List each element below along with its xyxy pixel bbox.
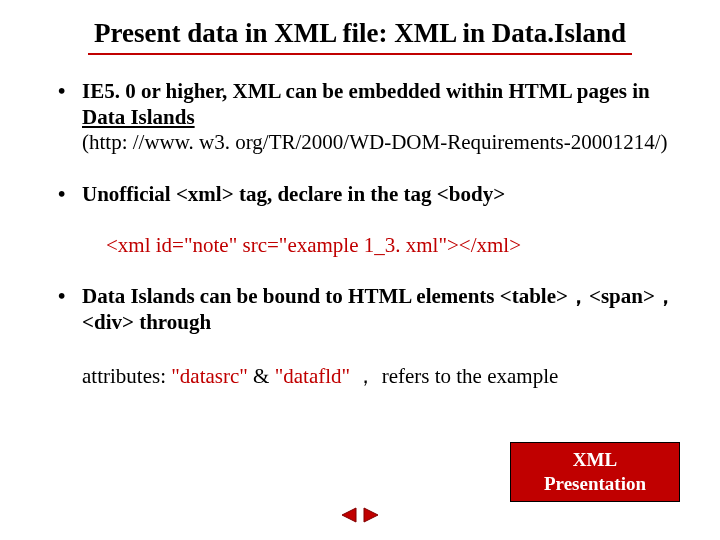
xml-presentation-box[interactable]: XML Presentation [510, 442, 680, 502]
attributes-line: attributes: "datasrc" & "datafld" ， refe… [82, 362, 690, 390]
bullet-3: Data Islands can be bound to HTML elemen… [58, 284, 682, 335]
attr-amp: & [248, 364, 275, 388]
attr-suffix: ， refers to the example [350, 364, 558, 388]
bullet-1-lead: IE5. 0 or higher, XML can be embedded wi… [82, 79, 650, 103]
box-line1: XML [573, 449, 617, 470]
bullet-2: Unofficial <xml> tag, declare in the tag… [58, 182, 682, 208]
bullet-1-url: (http: //www. w3. org/TR/2000/WD-DOM-Req… [82, 130, 668, 154]
slide: Present data in XML file: XML in Data.Is… [0, 0, 720, 540]
nav-arrows [338, 506, 382, 524]
title-wrap: Present data in XML file: XML in Data.Is… [30, 18, 690, 65]
bullet-list-2: Data Islands can be bound to HTML elemen… [30, 284, 690, 335]
bullet-1-underlined: Data Islands [82, 105, 195, 129]
svg-marker-1 [364, 508, 378, 522]
attr-prefix: attributes: [82, 364, 171, 388]
prev-arrow-icon[interactable] [338, 506, 358, 524]
bullet-list: IE5. 0 or higher, XML can be embedded wi… [30, 79, 690, 207]
code-line: <xml id="note" src="example 1_3. xml"></… [106, 233, 690, 258]
attr-datafld: "datafld" [275, 364, 350, 388]
bullet-1: IE5. 0 or higher, XML can be embedded wi… [58, 79, 682, 156]
next-arrow-icon[interactable] [362, 506, 382, 524]
box-line2: Presentation [544, 473, 646, 494]
slide-title: Present data in XML file: XML in Data.Is… [88, 18, 632, 55]
attr-datasrc: "datasrc" [171, 364, 248, 388]
svg-marker-0 [342, 508, 356, 522]
